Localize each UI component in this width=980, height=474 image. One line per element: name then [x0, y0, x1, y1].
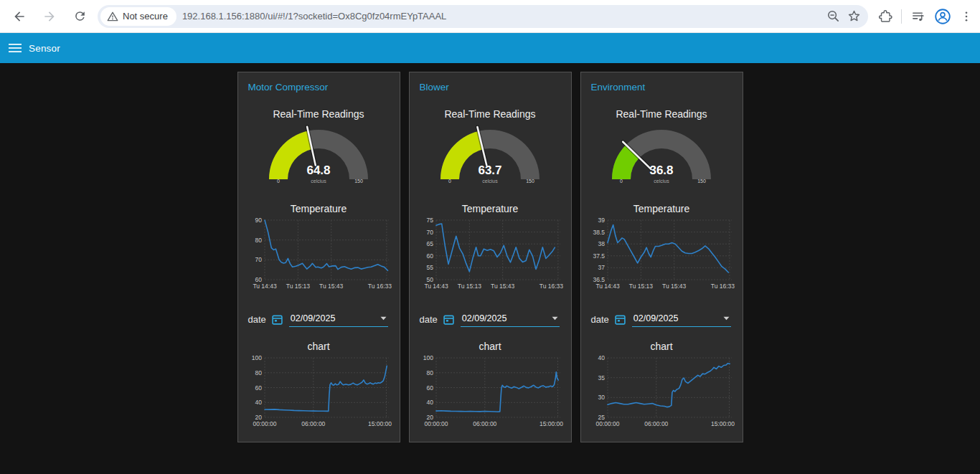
toolbar-divider [901, 9, 902, 24]
svg-text:80: 80 [426, 369, 433, 376]
refresh-icon [73, 9, 87, 23]
svg-text:celcius: celcius [311, 179, 326, 184]
svg-text:36.8: 36.8 [649, 163, 673, 177]
panel-title: Environment [581, 72, 743, 93]
bookmark-star-icon[interactable] [847, 9, 861, 23]
history-chart: 4035302500:00:0006:00:0015:00:00 [588, 354, 735, 429]
svg-text:37: 37 [598, 264, 605, 271]
gauge: 63.7celcius0150 [436, 125, 544, 185]
date-input[interactable]: 02/09/2025 [632, 313, 731, 327]
svg-text:06:00:00: 06:00:00 [473, 420, 496, 427]
history-chart: 1008060402000:00:0006:00:0015:00:00 [417, 354, 564, 429]
dashboard: Motor Compressor Real-Time Readings 64.8… [0, 63, 980, 474]
omnibox[interactable]: Not secure 192.168.1.156:1880/ui/#!/1?so… [98, 5, 868, 28]
history-chart-title: chart [238, 341, 400, 352]
svg-text:Tu 15:13: Tu 15:13 [457, 283, 481, 290]
svg-text:55: 55 [426, 264, 433, 271]
svg-text:64.8: 64.8 [306, 163, 330, 177]
svg-text:40: 40 [255, 399, 262, 406]
warning-triangle-icon [107, 11, 118, 22]
panels: Motor Compressor Real-Time Readings 64.8… [0, 63, 980, 442]
svg-text:63.7: 63.7 [478, 163, 501, 177]
gauge-title: Real-Time Readings [410, 108, 571, 120]
svg-text:75: 75 [426, 217, 433, 224]
temperature-chart: 757065605550Tu 14:43Tu 15:13Tu 15:43Tu 1… [417, 217, 564, 291]
gauge: 36.8celcius0150 [608, 125, 715, 185]
kebab-menu-icon[interactable] [960, 10, 973, 23]
svg-text:70: 70 [426, 229, 433, 236]
zoom-out-icon[interactable] [826, 9, 840, 23]
sensor-group: Blower Real-Time Readings 63.7celcius015… [409, 72, 572, 442]
svg-text:40: 40 [426, 399, 433, 406]
dropdown-caret-icon[interactable] [552, 316, 558, 321]
svg-text:00:00:00: 00:00:00 [595, 420, 619, 427]
date-label: date [248, 314, 266, 327]
security-chip[interactable]: Not secure [100, 7, 176, 26]
svg-text:celcius: celcius [482, 179, 498, 184]
svg-text:06:00:00: 06:00:00 [301, 420, 325, 427]
history-chart-title: chart [581, 341, 743, 352]
svg-text:90: 90 [255, 217, 262, 224]
hamburger-menu-button[interactable] [9, 42, 22, 54]
svg-text:39: 39 [598, 217, 605, 224]
date-input[interactable]: 02/09/2025 [461, 313, 560, 327]
temperature-chart-title: Temperature [238, 203, 400, 214]
date-input[interactable]: 02/09/2025 [289, 313, 388, 327]
svg-text:30: 30 [598, 394, 605, 401]
url-text[interactable]: 192.168.1.156:1880/ui/#!/1?socketid=Ox8C… [182, 11, 826, 22]
svg-text:Tu 16:33: Tu 16:33 [539, 283, 563, 290]
svg-text:Tu 14:43: Tu 14:43 [424, 283, 448, 290]
sensor-group: Environment Real-Time Readings 36.8celci… [580, 72, 743, 442]
svg-text:06:00:00: 06:00:00 [644, 420, 668, 427]
temperature-chart-title: Temperature [581, 203, 743, 214]
svg-text:60: 60 [426, 252, 433, 260]
appbar-title: Sensor [29, 43, 60, 54]
panel-title: Blower [410, 72, 571, 93]
svg-text:60: 60 [255, 384, 262, 392]
calendar-icon [271, 313, 283, 326]
gauge: 64.8celcius0150 [265, 125, 372, 185]
svg-text:Tu 15:13: Tu 15:13 [286, 283, 310, 290]
svg-text:Tu 14:43: Tu 14:43 [253, 283, 277, 290]
forward-button[interactable] [37, 4, 62, 29]
extensions-puzzle-icon[interactable] [878, 9, 892, 24]
history-chart: 1008060402000:00:0006:00:0015:00:00 [245, 354, 392, 429]
svg-text:70: 70 [255, 256, 262, 263]
calendar-icon [614, 313, 626, 326]
svg-text:38: 38 [598, 240, 605, 247]
svg-text:Tu 14:43: Tu 14:43 [595, 283, 620, 290]
sensor-group: Motor Compressor Real-Time Readings 64.8… [237, 72, 400, 442]
refresh-button[interactable] [67, 4, 92, 29]
temperature-chart: 3938.53837.53736.5Tu 14:43Tu 15:13Tu 15:… [588, 217, 735, 291]
temperature-chart-title: Temperature [410, 203, 571, 214]
calendar-icon [443, 313, 455, 326]
dropdown-caret-icon[interactable] [380, 316, 387, 321]
history-chart-title: chart [410, 341, 571, 352]
svg-text:Tu 15:13: Tu 15:13 [628, 283, 653, 290]
dropdown-caret-icon[interactable] [723, 316, 730, 321]
date-row: date 02/09/2025 [591, 308, 731, 327]
svg-text:38.5: 38.5 [593, 229, 605, 236]
svg-text:Tu 15:43: Tu 15:43 [662, 283, 687, 290]
temperature-chart: 90807060Tu 14:43Tu 15:13Tu 15:43Tu 16:33 [245, 217, 392, 291]
date-row: date 02/09/2025 [420, 308, 560, 327]
date-row: date 02/09/2025 [248, 308, 388, 327]
svg-text:Tu 16:33: Tu 16:33 [367, 283, 392, 290]
media-controls-icon[interactable] [910, 9, 925, 24]
forward-arrow-icon [42, 9, 57, 24]
date-value: 02/09/2025 [291, 313, 336, 323]
hamburger-icon [9, 42, 22, 54]
security-chip-label: Not secure [123, 11, 168, 22]
profile-avatar-icon[interactable] [934, 8, 951, 25]
svg-text:15:00:00: 15:00:00 [710, 420, 734, 427]
date-label: date [591, 314, 609, 327]
date-value: 02/09/2025 [633, 313, 679, 323]
svg-text:80: 80 [255, 369, 262, 376]
svg-text:35: 35 [598, 374, 605, 381]
gauge-title: Real-Time Readings [238, 108, 400, 120]
svg-text:0: 0 [620, 179, 623, 184]
back-button[interactable] [7, 4, 32, 29]
browser-toolbar: Not secure 192.168.1.156:1880/ui/#!/1?so… [0, 0, 980, 33]
svg-text:40: 40 [598, 354, 605, 361]
date-value: 02/09/2025 [462, 313, 507, 323]
